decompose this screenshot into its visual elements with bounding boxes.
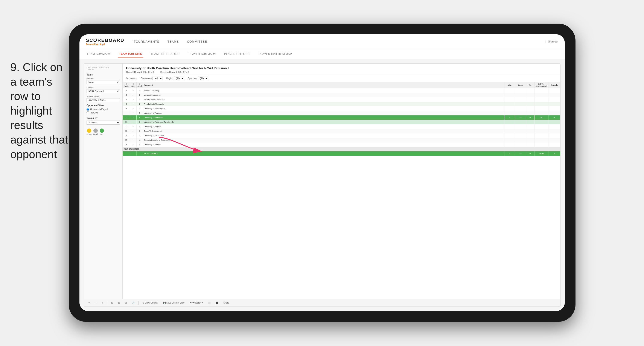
filter-conference: Conference (All) (141, 77, 163, 80)
region-label: Region (166, 77, 173, 80)
region-select[interactable]: (All) (174, 77, 184, 80)
legend-down: Down (86, 128, 92, 135)
division-label: Division (86, 86, 120, 89)
table-row[interactable]: 4 - 1 Arizona State University (122, 97, 560, 102)
out-of-division-row[interactable]: NCAA Division II 1 0 0 26.00 3 (122, 151, 560, 156)
table-row[interactable]: 8 - 2 University of Washington (122, 106, 560, 111)
header-rounds: Rounds (548, 82, 560, 88)
filter-opponents: Opponents: (126, 77, 137, 80)
school-input[interactable] (86, 98, 120, 102)
share-label: Share (223, 302, 229, 304)
data-area: University of North Carolina Head-to-Hea… (122, 64, 560, 299)
view-original-icon: ⊙ (142, 302, 144, 304)
toolbar-button-4[interactable]: ⬜ (206, 301, 212, 304)
radio-group: Opponents Played Top 100 (86, 108, 120, 114)
opponents-label: Opponents: (126, 77, 137, 80)
zoom-out-button[interactable]: ⊟ (117, 301, 121, 304)
save-icon: 💾 (163, 302, 166, 304)
school-label: School (Rank) (86, 95, 120, 98)
legend-dot-down (87, 128, 91, 133)
colour-by-select[interactable]: Win/loss (86, 121, 120, 125)
filters-row: Opponents: Conference (All) Region (122, 75, 560, 82)
header-rank: #Rank (122, 82, 130, 88)
legend-level: Level (93, 128, 98, 135)
legend-dot-level (94, 128, 98, 133)
gender-label: Gender (86, 77, 120, 80)
tableau-inner: Last Updated: 27/03/2024 16:55:38 Team G… (84, 64, 560, 299)
records-row: Overall Record: 89 - 17 - 0 Division Rec… (126, 71, 557, 73)
nav-teams[interactable]: TEAMS (167, 38, 180, 45)
sidebar-timestamp: Last Updated: 27/03/2024 16:55:38 (86, 66, 120, 70)
main-nav: TOURNAMENTS TEAMS COMMITTEE (133, 38, 545, 45)
table-row[interactable]: 6 - 2 Florida State University (122, 102, 560, 106)
watch-button[interactable]: 👁 👁 Watch ▾ (188, 301, 204, 304)
header-reg: #Reg (130, 82, 136, 88)
redo-button[interactable]: ↪ (94, 301, 98, 304)
table-row[interactable]: 11 - 6 University of Arkansas, Fayettevi… (122, 120, 560, 124)
header-conf: #Conf (136, 82, 143, 88)
overall-record-label: Overall Record: 89 - 17 - 0 (126, 71, 154, 73)
table-row[interactable]: 3 - 2 Vanderbilt University (122, 93, 560, 97)
clock-button[interactable]: 🕐 (130, 301, 136, 304)
tab-team-summary[interactable]: TEAM SUMMARY (86, 51, 112, 57)
table-row[interactable]: 2 - 1 Auburn University (122, 88, 560, 93)
sign-out-link[interactable]: Sign out (548, 40, 558, 43)
table-row[interactable]: 16 - 3 University of Florida (122, 142, 560, 147)
division-select[interactable]: NCAA Division I (86, 89, 120, 93)
toolbar-sep-2 (138, 301, 138, 305)
team-section-title: Team (86, 73, 120, 76)
report-header: University of North Carolina Head-to-Hea… (122, 64, 560, 75)
legend-row: Down Level Up (86, 128, 120, 135)
opponent-view-title: Opponent View (86, 104, 120, 107)
sidebar: Last Updated: 27/03/2024 16:55:38 Team G… (84, 64, 122, 299)
table-row[interactable]: 15 - 4 Georgia Institute of Technology (122, 138, 560, 142)
radio-opponents-played[interactable]: Opponents Played (86, 108, 120, 111)
data-table: 2 - 1 Auburn University (122, 88, 560, 299)
nav-committee[interactable]: COMMITTEE (186, 38, 208, 45)
header-diff: Diff AvStrokes/Rnd (534, 82, 548, 88)
tablet-frame: SCOREBOARD Powered by clippd TOURNAMENTS… (69, 23, 576, 322)
tab-team-h2h-grid[interactable]: TEAM H2H GRID (118, 50, 143, 57)
logo-scoreboard: SCOREBOARD (86, 37, 124, 43)
filter-opponent: Opponent (All) (188, 77, 208, 80)
save-custom-button[interactable]: 💾 Save Custom View (162, 301, 186, 304)
table-row[interactable]: - 3 University of Arizona (122, 111, 560, 115)
conference-select[interactable]: (All) (152, 77, 163, 80)
undo-button[interactable]: ↩ (86, 301, 91, 304)
toolbar-button-5[interactable]: ⬛ (214, 301, 220, 304)
opponent-select[interactable]: (All) (198, 77, 208, 80)
app-header: SCOREBOARD Powered by clippd TOURNAMENTS… (80, 34, 565, 49)
reset-button[interactable]: ↺ (100, 301, 104, 304)
table-row[interactable]: 14 - 2 University of Oklahoma (122, 133, 560, 138)
legend-dot-up (100, 128, 104, 133)
table-row-alabama[interactable]: 11 - 5 University of Alabama 3 0 0 2.61 … (122, 115, 560, 120)
tab-player-h2h-heatmap[interactable]: PLAYER H2H HEATMAP (258, 51, 293, 57)
out-of-division-header: Out of division (122, 147, 560, 151)
view-original-label: View: Original (145, 302, 158, 304)
table-row[interactable]: 12 - 3 University of Virginia (122, 124, 560, 129)
instruction-text: 9. Click on a team's row to highlight re… (10, 60, 70, 162)
tableau-toolbar: ↩ ↪ ↺ ⊞ ⊟ ⊡ 🕐 ⊙ View: Original 💾 Sa (84, 299, 560, 307)
zoom-fit-button[interactable]: ⊡ (124, 301, 128, 304)
colour-by-title: Colour by (86, 117, 120, 119)
tab-player-h2h-grid[interactable]: PLAYER H2H GRID (223, 51, 252, 57)
header-win: Win (504, 82, 515, 88)
gender-select[interactable]: Men's (86, 80, 120, 84)
radio-top-100[interactable]: Top 100 (86, 111, 120, 114)
division-record-label: Division Record: 88 - 17 - 0 (160, 71, 189, 73)
tab-team-h2h-heatmap[interactable]: TEAM H2H HEATMAP (150, 51, 181, 57)
table-row[interactable]: 13 - 1 Texas Tech University (122, 129, 560, 133)
header-loss: Loss (515, 82, 526, 88)
tab-player-summary[interactable]: PLAYER SUMMARY (188, 51, 217, 57)
share-button[interactable]: Share (222, 301, 230, 304)
report-title: University of North Carolina Head-to-Hea… (126, 66, 557, 70)
view-original-button[interactable]: ⊙ View: Original (141, 301, 159, 304)
main-content: Last Updated: 27/03/2024 16:55:38 Team G… (80, 59, 565, 311)
watch-label: 👁 Watch ▾ (192, 302, 203, 304)
sub-nav: TEAM SUMMARY TEAM H2H GRID TEAM H2H HEAT… (80, 49, 565, 59)
nav-tournaments[interactable]: TOURNAMENTS (133, 38, 160, 45)
sign-out-area: | Sign out (545, 40, 558, 43)
zoom-in-button[interactable]: ⊞ (110, 301, 114, 304)
watch-icon: 👁 (190, 302, 192, 304)
instruction-body: Click on a team's row to highlight resul… (10, 61, 68, 160)
